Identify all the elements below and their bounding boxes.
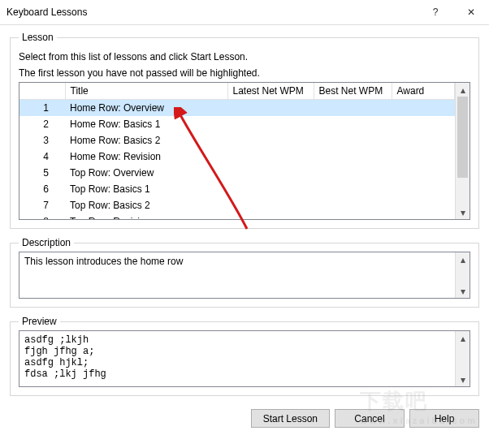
cell-best <box>314 197 392 213</box>
cell-num: 4 <box>19 149 65 165</box>
scroll-down-icon[interactable]: ▾ <box>456 284 470 298</box>
scroll-thumb[interactable] <box>456 97 470 205</box>
cell-latest <box>227 165 314 181</box>
preview-legend: Preview <box>19 316 60 327</box>
scroll-up-icon[interactable]: ▴ <box>456 331 470 345</box>
cell-best <box>314 165 392 181</box>
cell-award <box>392 132 455 149</box>
lesson-group: Lesson Select from this list of lessons … <box>10 32 479 229</box>
cell-title: Home Row: Basics 1 <box>65 116 227 132</box>
cell-title: Top Row: Basics 1 <box>65 181 227 197</box>
lesson-scrollbar[interactable]: ▴ ▾ <box>455 83 470 219</box>
title-bar: Keyboard Lessons ? ✕ <box>0 0 489 25</box>
dialog-content: Lesson Select from this list of lessons … <box>0 25 489 396</box>
cell-title: Top Row: Revision <box>65 213 227 219</box>
cell-latest <box>227 149 314 165</box>
preview-text: asdfg ;lkjh fjgh jfhg a; asdfg hjkl; fds… <box>19 331 455 386</box>
cell-title: Home Row: Revision <box>65 149 227 165</box>
cell-best <box>314 100 392 117</box>
cell-best <box>314 213 392 219</box>
cell-best <box>314 116 392 132</box>
scroll-up-icon[interactable]: ▴ <box>456 252 470 266</box>
cell-num: 1 <box>19 100 65 117</box>
table-row[interactable]: 6Top Row: Basics 1 <box>19 181 455 197</box>
cell-latest <box>227 100 314 117</box>
instruction-1: Select from this list of lessons and cli… <box>19 51 470 62</box>
start-lesson-button[interactable]: Start Lesson <box>251 409 330 428</box>
cell-award <box>392 100 455 117</box>
lesson-table: Title Latest Net WPM Best Net WPM Award … <box>19 83 455 219</box>
cell-latest <box>227 181 314 197</box>
description-scrollbar[interactable]: ▴ ▾ <box>455 252 470 298</box>
col-award[interactable]: Award <box>392 83 455 100</box>
cell-title: Home Row: Basics 2 <box>65 132 227 149</box>
description-text: This lesson introduces the home row <box>19 252 455 298</box>
help-icon: ? <box>433 6 439 18</box>
col-best[interactable]: Best Net WPM <box>314 83 392 100</box>
help-button[interactable]: ? <box>418 0 453 24</box>
cell-title: Top Row: Overview <box>65 165 227 181</box>
cell-latest <box>227 132 314 149</box>
close-icon: ✕ <box>467 6 475 18</box>
preview-group: Preview asdfg ;lkjh fjgh jfhg a; asdfg h… <box>10 316 479 396</box>
table-row[interactable]: 5Top Row: Overview <box>19 165 455 181</box>
table-row[interactable]: 1Home Row: Overview <box>19 100 455 117</box>
lesson-list[interactable]: Title Latest Net WPM Best Net WPM Award … <box>19 82 470 220</box>
preview-box: asdfg ;lkjh fjgh jfhg a; asdfg hjkl; fds… <box>19 330 470 387</box>
cell-num: 5 <box>19 165 65 181</box>
col-num[interactable] <box>19 83 65 100</box>
cell-title: Home Row: Overview <box>65 100 227 117</box>
cell-award <box>392 213 455 219</box>
cell-best <box>314 132 392 149</box>
col-title[interactable]: Title <box>65 83 227 100</box>
table-row[interactable]: 2Home Row: Basics 1 <box>19 116 455 132</box>
cell-title: Top Row: Basics 2 <box>65 197 227 213</box>
window-title: Keyboard Lessons <box>0 6 418 18</box>
table-row[interactable]: 3Home Row: Basics 2 <box>19 132 455 149</box>
cell-award <box>392 181 455 197</box>
cell-num: 8 <box>19 213 65 219</box>
close-button[interactable]: ✕ <box>453 0 489 24</box>
description-box: This lesson introduces the home row ▴ ▾ <box>19 252 470 299</box>
preview-scrollbar[interactable]: ▴ ▾ <box>455 331 470 386</box>
cell-latest <box>227 116 314 132</box>
scroll-up-icon[interactable]: ▴ <box>456 83 470 97</box>
cell-best <box>314 149 392 165</box>
lesson-legend: Lesson <box>19 32 57 43</box>
cell-award <box>392 165 455 181</box>
cell-latest <box>227 213 314 219</box>
cell-num: 6 <box>19 181 65 197</box>
cell-best <box>314 181 392 197</box>
table-row[interactable]: 4Home Row: Revision <box>19 149 455 165</box>
cell-award <box>392 197 455 213</box>
table-row[interactable]: 8Top Row: Revision <box>19 213 455 219</box>
cell-num: 2 <box>19 116 65 132</box>
description-group: Description This lesson introduces the h… <box>10 237 479 308</box>
instruction-2: The first lesson you have not passed wil… <box>19 67 470 79</box>
cell-award <box>392 149 455 165</box>
cell-award <box>392 116 455 132</box>
cell-num: 3 <box>19 132 65 149</box>
cell-num: 7 <box>19 197 65 213</box>
table-row[interactable]: 7Top Row: Basics 2 <box>19 197 455 213</box>
description-legend: Description <box>19 237 74 248</box>
table-header: Title Latest Net WPM Best Net WPM Award <box>19 83 455 100</box>
scroll-down-icon[interactable]: ▾ <box>456 205 470 219</box>
cell-latest <box>227 197 314 213</box>
help-button[interactable]: Help <box>409 409 479 428</box>
scroll-down-icon[interactable]: ▾ <box>456 373 470 386</box>
col-latest[interactable]: Latest Net WPM <box>227 83 314 100</box>
cancel-button[interactable]: Cancel <box>335 409 405 428</box>
dialog-buttons: Start Lesson Cancel Help <box>0 404 489 434</box>
